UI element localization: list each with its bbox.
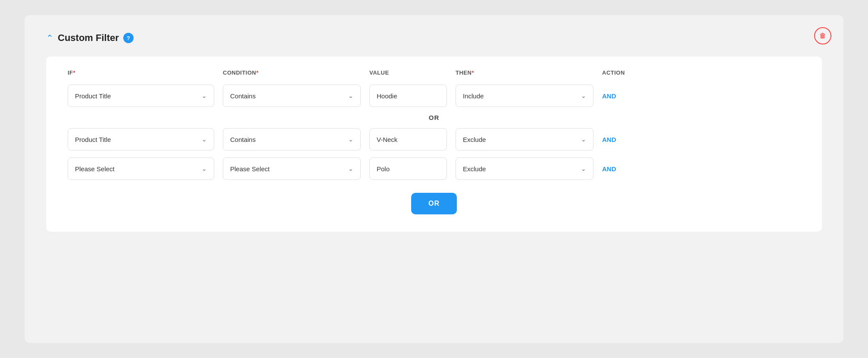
chevron-down-icon: ⌄ <box>581 136 586 143</box>
delete-top-button[interactable]: 🗑 <box>814 27 831 44</box>
section-title: Custom Filter <box>58 32 119 44</box>
col-header-value: VALUE <box>369 69 447 76</box>
collapse-icon[interactable]: ⌃ <box>46 33 53 43</box>
value-input-2[interactable] <box>369 128 447 151</box>
action-and-2[interactable]: AND <box>602 136 654 143</box>
filter-row: Product Title ⌄ Contains ⌄ Include ⌄ AND <box>63 85 805 107</box>
col-header-action: ACTION <box>602 69 654 76</box>
action-and-3[interactable]: AND <box>602 165 654 173</box>
chevron-down-icon: ⌄ <box>202 136 207 143</box>
main-container: 🗑 ⌃ Custom Filter ? IF* CONDITION* VALUE… <box>25 15 843 343</box>
or-button[interactable]: OR <box>411 193 457 214</box>
chevron-down-icon: ⌄ <box>581 165 586 172</box>
value-input-3[interactable] <box>369 157 447 180</box>
chevron-down-icon: ⌄ <box>581 92 586 99</box>
condition-select-2[interactable]: Contains ⌄ <box>223 128 361 151</box>
condition-select-1[interactable]: Contains ⌄ <box>223 85 361 107</box>
if-select-2[interactable]: Product Title ⌄ <box>68 128 214 151</box>
or-button-row: OR <box>63 193 805 214</box>
if-select-1[interactable]: Product Title ⌄ <box>68 85 214 107</box>
if-select-3[interactable]: Please Select ⌄ <box>68 157 214 180</box>
value-input-1[interactable] <box>369 85 447 107</box>
filter-panel: IF* CONDITION* VALUE THEN* ACTION Produc… <box>46 57 822 232</box>
chevron-down-icon: ⌄ <box>202 92 207 99</box>
chevron-down-icon: ⌄ <box>202 165 207 172</box>
col-header-then: THEN* <box>456 69 593 76</box>
then-select-1[interactable]: Include ⌄ <box>456 85 593 107</box>
col-header-if: IF* <box>68 69 214 76</box>
filter-row: Please Select ⌄ Please Select ⌄ Exclude … <box>63 157 805 180</box>
column-headers: IF* CONDITION* VALUE THEN* ACTION <box>63 69 805 76</box>
trash-icon: 🗑 <box>819 32 826 40</box>
chevron-down-icon: ⌄ <box>348 165 353 172</box>
help-icon[interactable]: ? <box>123 33 134 43</box>
col-header-condition: CONDITION* <box>223 69 361 76</box>
section-header: ⌃ Custom Filter ? <box>46 32 822 44</box>
then-select-2[interactable]: Exclude ⌄ <box>456 128 593 151</box>
chevron-down-icon: ⌄ <box>348 92 353 99</box>
condition-select-3[interactable]: Please Select ⌄ <box>223 157 361 180</box>
filter-row: Product Title ⌄ Contains ⌄ Exclude ⌄ AND <box>63 128 805 151</box>
action-and-1[interactable]: AND <box>602 92 654 100</box>
chevron-down-icon: ⌄ <box>348 136 353 143</box>
or-divider: OR <box>63 114 805 121</box>
then-select-3[interactable]: Exclude ⌄ <box>456 157 593 180</box>
